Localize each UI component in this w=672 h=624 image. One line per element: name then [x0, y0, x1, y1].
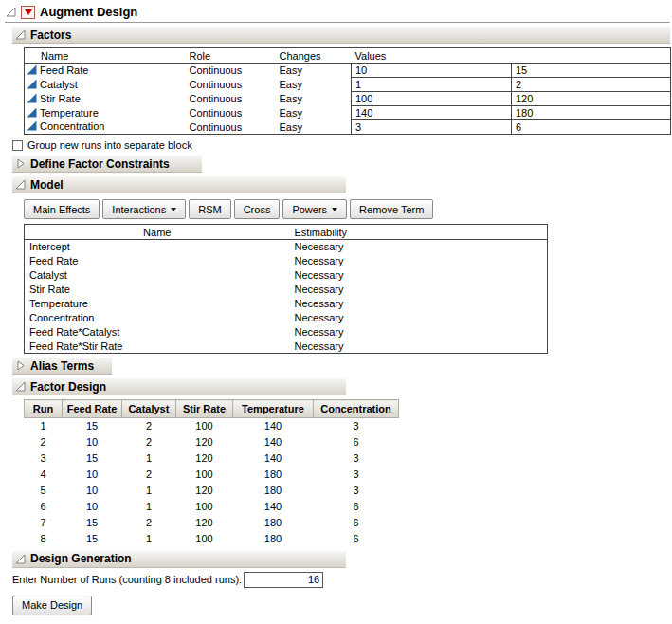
disclosure-expanded-icon[interactable]	[15, 29, 26, 40]
factor-changes[interactable]: Easy	[276, 106, 352, 120]
model-term-row[interactable]: TemperatureNecessary	[25, 297, 548, 311]
remove-term-button[interactable]: Remove Term	[350, 199, 433, 219]
model-term-estimability: Necessary	[290, 254, 548, 268]
factor-name-cell[interactable]: Stir Rate	[25, 92, 186, 106]
define-factor-constraints-header[interactable]: Define Factor Constraints	[12, 156, 202, 173]
factor-design-header[interactable]: Factor Design	[12, 378, 346, 395]
factor-value-low[interactable]: 3	[352, 120, 512, 135]
dropdown-arrow-icon	[332, 208, 337, 211]
group-runs-checkbox-label: Group new runs into separate block	[27, 139, 192, 151]
main-effects-button[interactable]: Main Effects	[24, 199, 100, 219]
design-cell: 2	[122, 434, 176, 450]
model-term-row[interactable]: Stir RateNecessary	[25, 283, 548, 297]
disclosure-expanded-icon[interactable]	[6, 7, 16, 17]
model-section-header[interactable]: Model	[12, 176, 346, 193]
factor-value-low[interactable]: 1	[352, 78, 512, 92]
factor-changes[interactable]: Easy	[276, 120, 352, 135]
factor-value-high[interactable]: 2	[512, 78, 671, 92]
disclosure-collapsed-icon[interactable]	[15, 158, 26, 169]
rsm-button[interactable]: RSM	[189, 199, 230, 219]
design-cell: 10	[63, 483, 122, 499]
factors-section-header[interactable]: Factors	[12, 27, 670, 44]
design-run-row: 81511001806	[25, 531, 399, 547]
model-term-row[interactable]: Feed RateNecessary	[25, 254, 548, 268]
factor-design-table: RunFeed RateCatalystStir RateTemperature…	[24, 399, 399, 547]
factor-row: Feed RateContinuousEasy1015	[25, 64, 671, 78]
design-cell: 140	[233, 434, 314, 450]
factors-col-name[interactable]: Name	[25, 48, 186, 64]
factor-value-high[interactable]: 180	[512, 106, 671, 120]
factor-value-high[interactable]: 120	[512, 92, 671, 106]
factor-role[interactable]: Continuous	[186, 92, 276, 106]
make-design-button[interactable]: Make Design	[12, 596, 92, 615]
number-of-runs-row: Enter Number of Runs (counting 8 include…	[12, 572, 670, 588]
disclosure-expanded-icon[interactable]	[15, 381, 26, 392]
button-label: Powers	[292, 204, 327, 215]
number-of-runs-input[interactable]	[244, 572, 323, 588]
powers-button[interactable]: Powers	[282, 199, 347, 219]
design-run-row: 31511201403	[25, 450, 399, 467]
model-toolbar: Main Effects Interactions RSM Cross Powe…	[24, 199, 670, 219]
cross-button[interactable]: Cross	[234, 199, 281, 219]
factor-role[interactable]: Continuous	[186, 106, 276, 120]
factor-name-cell[interactable]: Temperature	[25, 106, 186, 120]
model-term-row[interactable]: InterceptNecessary	[25, 240, 548, 254]
factor-changes[interactable]: Easy	[276, 92, 352, 106]
design-column-header[interactable]: Feed Rate	[63, 400, 122, 418]
design-cell: 10	[63, 499, 122, 515]
factor-role[interactable]: Continuous	[186, 120, 276, 135]
design-cell: 100	[176, 418, 233, 434]
design-column-header[interactable]: Stir Rate	[176, 400, 233, 418]
design-cell: 120	[176, 434, 233, 450]
button-label: Make Design	[22, 599, 82, 611]
interactions-button[interactable]: Interactions	[102, 199, 186, 219]
factors-col-values[interactable]: Values	[352, 48, 671, 64]
continuous-factor-icon	[27, 93, 37, 105]
group-runs-checkbox[interactable]	[12, 140, 23, 151]
alias-terms-header[interactable]: Alias Terms	[12, 358, 112, 375]
group-runs-checkbox-row[interactable]: Group new runs into separate block	[12, 138, 670, 152]
factor-role[interactable]: Continuous	[186, 78, 276, 92]
continuous-factor-icon	[27, 120, 37, 133]
design-cell: 120	[176, 515, 233, 531]
factor-row: ConcentrationContinuousEasy36	[25, 120, 671, 135]
disclosure-expanded-icon[interactable]	[15, 179, 26, 190]
model-term-row[interactable]: Feed Rate*CatalystNecessary	[25, 325, 548, 340]
factor-changes[interactable]: Easy	[276, 78, 352, 92]
factor-changes[interactable]: Easy	[276, 64, 352, 78]
factor-value-high[interactable]: 15	[512, 64, 671, 78]
design-cell: 15	[63, 418, 122, 434]
model-col-estimability[interactable]: Estimability	[290, 225, 548, 240]
design-cell: 3	[314, 467, 399, 483]
model-term-name: Catalyst	[25, 268, 290, 283]
design-column-header[interactable]: Concentration	[314, 400, 399, 418]
disclosure-collapsed-icon[interactable]	[15, 360, 26, 371]
factors-table: Name Role Changes Values Feed RateContin…	[24, 47, 671, 135]
disclosure-expanded-icon[interactable]	[15, 554, 26, 564]
factor-value-low[interactable]: 100	[352, 92, 512, 106]
red-triangle-icon	[25, 9, 32, 15]
factor-value-low[interactable]: 140	[352, 106, 512, 120]
model-term-row[interactable]: Feed Rate*Stir RateNecessary	[25, 340, 548, 354]
design-cell: 100	[176, 499, 233, 515]
model-term-estimability: Necessary	[290, 268, 548, 283]
factor-name-cell[interactable]: Feed Rate	[25, 64, 186, 78]
design-column-header[interactable]: Run	[25, 400, 63, 418]
design-generation-header[interactable]: Design Generation	[12, 551, 346, 568]
factor-name-cell[interactable]: Concentration	[25, 120, 186, 135]
model-term-row[interactable]: CatalystNecessary	[25, 268, 548, 283]
button-label: Main Effects	[33, 204, 90, 215]
model-term-row[interactable]: ConcentrationNecessary	[25, 311, 548, 325]
factor-name-cell[interactable]: Catalyst	[25, 78, 186, 92]
red-triangle-menu-button[interactable]	[21, 6, 35, 19]
constraints-section-title: Define Factor Constraints	[30, 157, 170, 171]
design-cell: 140	[233, 499, 314, 515]
factor-value-low[interactable]: 10	[352, 64, 512, 78]
factors-col-role[interactable]: Role	[186, 48, 276, 64]
model-col-name[interactable]: Name	[25, 225, 290, 240]
factor-value-high[interactable]: 6	[512, 120, 671, 135]
factors-col-changes[interactable]: Changes	[276, 48, 352, 64]
design-column-header[interactable]: Temperature	[233, 400, 314, 418]
factor-role[interactable]: Continuous	[186, 64, 276, 78]
design-column-header[interactable]: Catalyst	[122, 400, 176, 418]
